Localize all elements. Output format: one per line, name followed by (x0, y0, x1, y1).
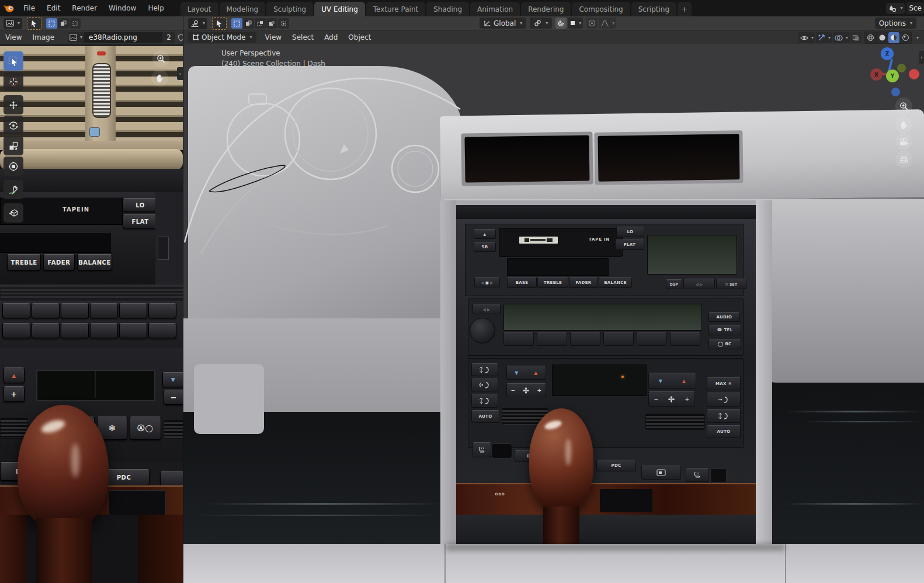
viewport-zoom-button[interactable] (895, 98, 912, 114)
xray-toggle[interactable] (850, 32, 862, 43)
shading-solid-button[interactable] (877, 32, 888, 43)
model-volume-knob[interactable] (470, 318, 495, 343)
model-bc-button[interactable]: BC (708, 339, 741, 349)
preset-button[interactable] (90, 323, 118, 338)
climate-minus-button[interactable]: − (164, 390, 183, 405)
image-editor-type-button[interactable]: ▾ (4, 18, 22, 29)
preset-button[interactable] (32, 303, 60, 318)
model-seek-button[interactable]: ◁ ▷ (683, 279, 715, 289)
aux-button[interactable] (160, 471, 183, 487)
tab-uv-editing[interactable]: UV Editing (314, 2, 365, 16)
preset-button[interactable] (61, 323, 89, 338)
menu-file[interactable]: File (18, 0, 41, 16)
model-tel-button[interactable]: ☎TEL (708, 325, 741, 335)
image-name-field[interactable]: e38Radio.png (84, 32, 162, 43)
shading-wireframe-button[interactable] (865, 32, 876, 43)
gizmo-x-ball[interactable]: X (870, 68, 883, 81)
pan-hand-overlay-button[interactable] (151, 70, 168, 86)
viewport-editor-type-button[interactable]: ▾ (188, 18, 207, 29)
tab-shading[interactable]: Shading (426, 2, 469, 16)
mode-selector[interactable]: Object Mode ▾ (188, 32, 256, 43)
viewport-active-tool-button[interactable] (212, 17, 227, 30)
model-prev-next-button[interactable]: ◁ ▷ (473, 304, 501, 314)
transform-orientation-dropdown[interactable]: Global ▾ (480, 18, 526, 29)
navigation-gizmo[interactable]: Z X Y (855, 44, 924, 108)
select-difference-button[interactable] (266, 18, 277, 29)
move-tool[interactable] (4, 95, 23, 114)
proportional-falloff-dropdown[interactable]: ▾ (599, 18, 616, 29)
model-pdc-button[interactable]: PDC (596, 460, 636, 471)
pivot-point-dropdown[interactable]: ▾ (530, 18, 552, 29)
model-temp-right-button[interactable]: ▼▲ (648, 373, 696, 389)
model-preset-button[interactable] (537, 332, 567, 346)
scale-tool[interactable] (4, 136, 23, 155)
model-bass-button[interactable]: BASS (507, 277, 537, 288)
model-screen-button[interactable] (641, 466, 681, 480)
zoom-in-overlay-button[interactable] (152, 50, 169, 67)
preset-button[interactable] (148, 303, 176, 318)
model-vent-mode-button-1[interactable] (471, 363, 498, 376)
model-vent-right-button-1[interactable] (707, 393, 741, 407)
select-mode-edge-button[interactable] (58, 18, 69, 29)
model-dsp-button[interactable]: DSP (666, 279, 682, 289)
tab-animation[interactable]: Animation (470, 2, 520, 16)
add-workspace-button[interactable]: + (678, 2, 692, 16)
shading-dropdown-chevron[interactable]: ▾ (916, 36, 919, 40)
preset-button[interactable] (2, 303, 30, 318)
select-subtract-button[interactable] (255, 18, 266, 29)
tab-scripting[interactable]: Scripting (631, 2, 676, 16)
tab-sculpting[interactable]: Sculpting (266, 2, 313, 16)
model-gear-knob[interactable] (529, 408, 593, 513)
model-audio-button[interactable]: AUDIO (708, 312, 740, 322)
model-vent-mode-button-2[interactable] (471, 379, 498, 391)
preset-button[interactable] (148, 323, 176, 338)
select-extend-button[interactable] (243, 18, 254, 29)
model-joystick-button[interactable] (491, 443, 512, 459)
preset-button[interactable] (90, 303, 118, 318)
cursor-tool[interactable] (4, 72, 23, 91)
tab-compositing[interactable]: Compositing (572, 2, 630, 16)
browse-image-button[interactable]: ▾ (68, 32, 84, 43)
model-fan-left-button[interactable]: −+ (506, 383, 546, 397)
flat-button[interactable]: FLAT (123, 214, 158, 228)
preset-button[interactable] (2, 323, 30, 338)
tab-texture-paint[interactable]: Texture Paint (366, 2, 425, 16)
gizmo-plus-x-ball[interactable] (909, 69, 919, 79)
gizmo-minus-z-ball[interactable] (891, 88, 900, 96)
lo-button[interactable]: LO (123, 198, 158, 212)
tab-modeling[interactable]: Modeling (220, 2, 266, 16)
overlays-dropdown[interactable]: ▾ (833, 32, 850, 43)
tweak-tool[interactable] (4, 51, 23, 71)
model-sb-button[interactable]: SB (474, 242, 496, 252)
transform-tool[interactable] (4, 157, 23, 176)
model-seat-heat-right-button[interactable] (686, 468, 709, 482)
select-mode-island-button[interactable] (70, 18, 81, 29)
model-fader-button[interactable]: FADER (569, 277, 598, 288)
scene-name[interactable]: Sce (906, 2, 924, 14)
fader-button[interactable]: FADER (43, 254, 75, 270)
model-fan-right-button[interactable]: −+ (648, 391, 695, 407)
model-auto-left-button[interactable]: AUTO (471, 410, 499, 423)
model-eject-button[interactable]: ▲ (474, 229, 496, 239)
select-intersect-button[interactable] (278, 18, 289, 29)
annotate-eraser-tool[interactable] (4, 203, 23, 223)
viewport-menu-object[interactable]: Object (343, 31, 376, 44)
balance-button[interactable]: BALANCE (77, 254, 112, 270)
viewport-canvas[interactable]: ▲ SB TAPE IN LO FLAT ◁ ■ ▷ BASS TREBLE (183, 44, 924, 583)
preset-button[interactable] (61, 303, 89, 318)
shading-rendered-button[interactable] (900, 32, 911, 43)
shading-material-button[interactable] (888, 32, 899, 43)
model-treble-button[interactable]: TREBLE (537, 277, 568, 288)
viewport-menu-add[interactable]: Add (319, 31, 343, 44)
preset-button[interactable] (119, 323, 147, 338)
proportional-edit-toggle[interactable] (586, 18, 598, 29)
preset-button[interactable] (32, 323, 60, 338)
show-object-types-dropdown[interactable]: ▾ (798, 32, 815, 43)
gizmo-minus-y-ball[interactable] (897, 64, 906, 72)
model-temp-left-button[interactable]: ▼▲ (506, 366, 546, 380)
preset-button[interactable] (119, 303, 147, 318)
model-lo-button[interactable]: LO (616, 227, 644, 237)
gizmo-z-ball[interactable]: Z (881, 47, 894, 60)
climate-temp-up-left-button[interactable]: ▲ (4, 367, 25, 383)
model-vent-right-button-2[interactable] (707, 409, 741, 423)
